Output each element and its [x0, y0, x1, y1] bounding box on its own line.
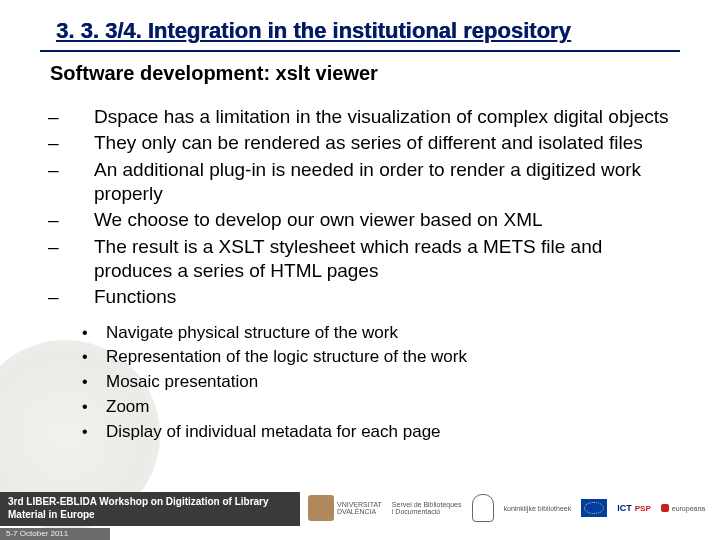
sbd-logo: Servei de Biblioteques i Documentació	[392, 493, 462, 523]
uv-sub: DVALÈNCIA	[337, 508, 382, 515]
list-item: Zoom	[70, 396, 680, 419]
sbd-top: Servei de Biblioteques	[392, 501, 462, 508]
list-item: Representation of the logic structure of…	[70, 346, 680, 369]
uv-name: VNIVERSITAT	[337, 501, 382, 508]
footer-date: 5-7 October 2011	[0, 528, 110, 540]
uv-crest-icon	[308, 495, 334, 521]
list-item: An additional plug-in is needed in order…	[40, 158, 680, 207]
kb-logo	[472, 493, 494, 523]
kb-text: koninklijke bibliotheek	[504, 493, 572, 523]
footer-logo-strip: VNIVERSITAT DVALÈNCIA Servei de Bibliote…	[308, 486, 714, 530]
ict-sub: PSP	[635, 504, 651, 513]
europeana-icon	[661, 504, 669, 512]
list-item: We choose to develop our own viewer base…	[40, 208, 680, 232]
eu-flag-logo	[581, 493, 607, 523]
footer-event-bar: 3rd LIBER-EBLIDA Workshop on Digitizatio…	[0, 492, 300, 526]
europeana-text: europeana	[672, 505, 705, 512]
slide-title: 3. 3. 3/4. Integration in the institutio…	[40, 18, 680, 52]
europeana-logo: europeana	[661, 493, 705, 523]
list-item: Dspace has a limitation in the visualiza…	[40, 105, 680, 129]
main-bullet-list: Dspace has a limitation in the visualiza…	[40, 105, 680, 310]
ict-label: ICT	[617, 503, 632, 513]
list-item: Navigate physical structure of the work	[70, 322, 680, 345]
eu-flag-icon	[581, 499, 607, 517]
uv-logo: VNIVERSITAT DVALÈNCIA	[308, 493, 382, 523]
list-item: They only can be rendered as series of d…	[40, 131, 680, 155]
list-item: Display of individual metadata for each …	[70, 421, 680, 444]
ict-psp-logo: ICT PSP	[617, 493, 651, 523]
list-item: The result is a XSLT stylesheet which re…	[40, 235, 680, 284]
footer: 3rd LIBER-EBLIDA Workshop on Digitizatio…	[0, 484, 720, 540]
list-item: Functions	[40, 285, 680, 309]
list-item: Mosaic presentation	[70, 371, 680, 394]
slide-subtitle: Software development: xslt viewer	[50, 62, 680, 85]
sub-bullet-list: Navigate physical structure of the work …	[70, 322, 680, 445]
sbd-bot: i Documentació	[392, 508, 462, 515]
bulb-icon	[472, 494, 494, 522]
